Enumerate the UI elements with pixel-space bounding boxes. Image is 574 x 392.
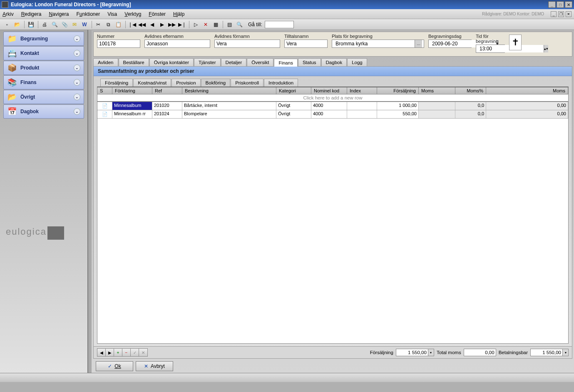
col-ref[interactable]: Ref xyxy=(152,87,182,94)
tid-spinner[interactable]: ▴▾ xyxy=(476,45,505,53)
efternamn-field[interactable] xyxy=(144,40,210,48)
cut-icon[interactable]: ✂ xyxy=(94,20,103,29)
plats-combo[interactable]: … xyxy=(332,40,424,48)
subtab-bokföring[interactable]: Bokföring xyxy=(201,79,231,87)
nummer-field[interactable] xyxy=(97,40,140,48)
last-icon[interactable]: ▶❘ xyxy=(177,20,186,29)
col-forsaljning[interactable]: Försäljning xyxy=(377,87,419,94)
menu-hjalp[interactable]: Hjälp xyxy=(173,11,184,17)
cell-momsp[interactable]: 0,0 xyxy=(455,102,486,110)
cell-beskrivning[interactable]: Bårtäcke, internt xyxy=(182,102,276,110)
cell-beskrivning[interactable]: Blompelare xyxy=(182,110,276,118)
save-icon[interactable]: 💾 xyxy=(26,20,35,29)
fastfwd-icon[interactable]: ▶▶ xyxy=(167,20,176,29)
spinner-icon[interactable]: ▴▾ xyxy=(544,45,548,52)
run-icon[interactable]: ▷ xyxy=(191,20,200,29)
search-icon[interactable]: 🔍 xyxy=(235,20,244,29)
cell-moms[interactable] xyxy=(419,102,455,110)
cell-forklaring[interactable]: Minnesalbum xyxy=(112,102,152,110)
col-beskrivning[interactable]: Beskrivning xyxy=(182,87,276,94)
fastback-icon[interactable]: ◀◀ xyxy=(137,20,147,29)
col-momsp[interactable]: Moms% xyxy=(455,87,486,94)
chevron-down-icon[interactable]: ▾ xyxy=(563,349,569,356)
subtab-priskontroll[interactable]: Priskontroll xyxy=(231,79,263,87)
col-forklaring[interactable]: Förklaring xyxy=(112,87,152,94)
cancel-button[interactable]: ✕ Avbryt xyxy=(136,361,173,371)
col-nominel[interactable]: Nominel kod xyxy=(311,87,347,94)
chevron-down-icon[interactable]: ⌄ xyxy=(74,35,80,42)
goto-input[interactable] xyxy=(265,21,294,28)
row-remove-button[interactable]: − xyxy=(122,349,131,356)
cell-forsaljning[interactable]: 1 000,00 xyxy=(377,102,419,110)
row-commit-button[interactable]: ✓ xyxy=(131,349,139,356)
row-next-button[interactable]: ▶ xyxy=(106,349,114,356)
tab-beställare[interactable]: Beställare xyxy=(119,58,149,66)
cell-kategori[interactable]: Övrigt xyxy=(276,102,311,110)
close-button[interactable]: ✕ xyxy=(565,1,572,8)
sidebar-item-kontakt[interactable]: 📇 Kontakt ⌄ xyxy=(3,46,84,60)
first-icon[interactable]: ❘◀ xyxy=(127,20,137,29)
mdi-minimize-button[interactable]: _ xyxy=(551,11,557,17)
cell-momsp[interactable]: 0,0 xyxy=(455,110,486,118)
mdi-close-button[interactable]: ✕ xyxy=(566,11,572,17)
menu-redigera[interactable]: Redigera xyxy=(21,11,42,17)
tab-avliden[interactable]: Avliden xyxy=(93,58,118,66)
sidebar-item-begravning[interactable]: 📁 Begravning ⌄ xyxy=(3,32,84,46)
mail-icon[interactable]: ✉ xyxy=(70,20,79,29)
tab-övriga-kontakter[interactable]: Övriga kontakter xyxy=(149,58,194,66)
sidebar-item-produkt[interactable]: 📦 Produkt ⌄ xyxy=(3,61,84,75)
cell-nominel[interactable]: 4000 xyxy=(311,110,347,118)
col-kategori[interactable]: Kategori xyxy=(276,87,311,94)
chevron-down-icon[interactable]: ⌄ xyxy=(74,94,80,100)
row-prev-button[interactable]: ◀ xyxy=(97,349,106,356)
tab-logg[interactable]: Logg xyxy=(347,58,367,66)
tab-status[interactable]: Status xyxy=(298,58,321,66)
attach-icon[interactable]: 📎 xyxy=(60,20,69,29)
open-icon[interactable]: 📂 xyxy=(12,20,22,29)
splitter-handle[interactable] xyxy=(88,30,92,373)
menu-fonster[interactable]: Fönster xyxy=(149,11,166,17)
col-index[interactable]: Index xyxy=(347,87,377,94)
tab-detaljer[interactable]: Detaljer xyxy=(221,58,247,66)
ellipsis-icon[interactable]: … xyxy=(415,40,422,47)
grid-add-row[interactable]: Click here to add a new row xyxy=(97,94,568,102)
menu-navigera[interactable]: Navigera xyxy=(49,11,69,17)
col-moms[interactable]: Moms xyxy=(419,87,455,94)
subtab-introduktion[interactable]: Introduktion xyxy=(264,79,298,87)
menu-funktioner[interactable]: Funktioner xyxy=(76,11,100,17)
cell-index[interactable] xyxy=(347,102,377,110)
paste-icon[interactable]: 📋 xyxy=(114,20,123,29)
table-row[interactable]: 📄Minnesalbum rr201024BlompelareÖvrigt400… xyxy=(97,110,568,119)
maximize-button[interactable]: □ xyxy=(557,1,564,8)
chevron-down-icon[interactable]: ⌄ xyxy=(74,65,80,71)
subtab-provision[interactable]: Provision xyxy=(171,79,200,87)
cell-moms2[interactable]: 0,00 xyxy=(486,102,568,110)
word-icon[interactable]: W xyxy=(80,20,89,29)
tab-tjänster[interactable]: Tjänster xyxy=(194,58,221,66)
plats-field[interactable] xyxy=(334,40,415,47)
mdi-restore-button[interactable]: ❐ xyxy=(558,11,564,17)
forward-icon[interactable]: ▶ xyxy=(157,20,166,29)
print-icon[interactable]: 🖨 xyxy=(40,20,49,29)
subtab-försäljning[interactable]: Försäljning xyxy=(100,79,133,87)
row-add-button[interactable]: + xyxy=(114,349,122,356)
cell-forsaljning[interactable]: 550,00 xyxy=(377,110,419,118)
menu-arkiv[interactable]: Arkiv xyxy=(2,11,14,17)
fornamn-field[interactable] xyxy=(214,40,280,48)
tilltals-field[interactable] xyxy=(284,40,328,48)
tab-finans[interactable]: Finans xyxy=(274,59,298,67)
tab-översikt[interactable]: Översikt xyxy=(247,58,273,66)
chevron-down-icon[interactable]: ⌄ xyxy=(74,79,80,86)
cell-nominel[interactable]: 4000 xyxy=(311,102,347,110)
table-row[interactable]: 📄Minnesalbum201020Bårtäcke, interntÖvrig… xyxy=(97,102,568,110)
cell-moms[interactable] xyxy=(419,110,455,118)
preview-icon[interactable]: 🔍 xyxy=(50,20,59,29)
delete-icon[interactable]: ✕ xyxy=(201,20,210,29)
copy-icon[interactable]: ⧉ xyxy=(104,20,113,29)
minimize-button[interactable]: _ xyxy=(548,1,556,8)
menu-verktyg[interactable]: Verktyg xyxy=(124,11,141,17)
ok-button[interactable]: ✓ Ok xyxy=(96,361,133,371)
col-moms2[interactable]: Moms xyxy=(486,87,568,94)
cell-ref[interactable]: 201024 xyxy=(152,110,182,118)
calendar-icon[interactable]: ▤ xyxy=(225,20,234,29)
